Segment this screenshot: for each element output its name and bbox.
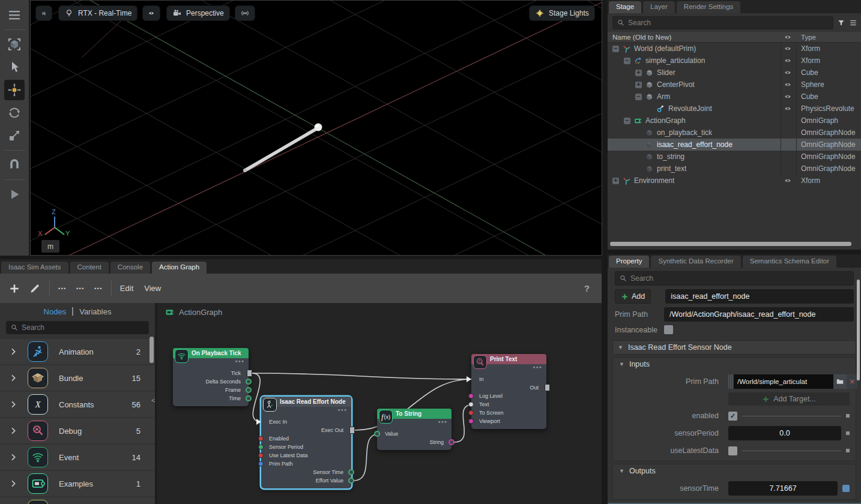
sidebar-collapse-handle[interactable]: < bbox=[151, 397, 155, 404]
property-scrollbar[interactable] bbox=[857, 280, 860, 380]
chevron-right-icon[interactable] bbox=[8, 479, 18, 488]
port-text[interactable]: Text bbox=[471, 400, 546, 409]
tree-row-simple-articulation[interactable]: −simple_articulationXform bbox=[608, 55, 861, 67]
property-tab-property[interactable]: Property bbox=[609, 256, 649, 268]
port-sensor_period[interactable]: Sensor Period bbox=[261, 443, 351, 451]
browse-folder-button[interactable] bbox=[833, 374, 847, 389]
chevron-right-icon[interactable] bbox=[8, 400, 18, 409]
menu-view[interactable]: View bbox=[144, 284, 161, 293]
bottom-tab-content[interactable]: Content bbox=[70, 262, 109, 274]
library-category-constants[interactable]: XConstants56 bbox=[0, 392, 155, 417]
visibility-eye-icon[interactable] bbox=[783, 57, 793, 64]
port-time[interactable]: Time bbox=[173, 394, 249, 403]
chevron-right-icon[interactable] bbox=[8, 452, 18, 462]
port-string[interactable]: String bbox=[377, 438, 452, 446]
port-connector-viewport[interactable] bbox=[468, 419, 474, 424]
visibility-eye-icon[interactable] bbox=[783, 45, 793, 52]
move-tool[interactable] bbox=[4, 80, 25, 100]
render-mode-button[interactable]: RTX - Real-Time bbox=[58, 5, 137, 21]
instanceable-checkbox[interactable] bbox=[664, 325, 673, 334]
graph-node-to_string[interactable]: f(x)To String●●●ValueString bbox=[377, 409, 452, 450]
axis-gizmo[interactable]: Z X Y bbox=[37, 211, 79, 241]
port-out[interactable]: Out bbox=[471, 383, 546, 392]
port-connector-text[interactable] bbox=[468, 402, 474, 407]
port-connector-log_level[interactable] bbox=[468, 394, 474, 399]
viewport-settings-button[interactable] bbox=[35, 5, 52, 21]
stage-tab-render-settings[interactable]: Render Settings bbox=[677, 1, 740, 13]
stage-search-input[interactable] bbox=[628, 19, 829, 27]
graph-node-print_text[interactable]: Print Text●●●InOutLog LevelTextTo Screen… bbox=[471, 354, 546, 429]
port-connector-tick[interactable] bbox=[247, 370, 252, 377]
visibility-eye-icon[interactable] bbox=[783, 177, 793, 184]
stage-search[interactable] bbox=[612, 16, 833, 29]
tree-row-to-string[interactable]: to_stringOmniGraphNode bbox=[608, 151, 861, 163]
library-category-animation[interactable]: Animation2 bbox=[0, 339, 155, 364]
port-log_level[interactable]: Log Level bbox=[471, 392, 546, 400]
port-connector-exec_out[interactable] bbox=[349, 427, 355, 434]
port-use_latest_data[interactable]: Use Latest Data bbox=[261, 451, 351, 460]
tree-row-revolutejoint[interactable]: RevoluteJointPhysicsRevolute bbox=[608, 103, 861, 115]
drag-handle[interactable] bbox=[728, 374, 734, 389]
visibility-button[interactable] bbox=[142, 5, 160, 21]
tree-row-actiongraph[interactable]: −ActionGraphOmniGraph bbox=[608, 115, 861, 127]
outputs-header[interactable]: ▼ Outputs bbox=[613, 464, 856, 478]
camera-button[interactable]: Perspective bbox=[166, 5, 230, 21]
port-enabled[interactable]: Enabled bbox=[261, 434, 351, 443]
graph-node-on_playback_tick[interactable]: On Playback Tick●●●TickDelta SecondsFram… bbox=[173, 348, 249, 406]
port-connector-to_screen[interactable] bbox=[468, 410, 474, 416]
graph-breadcrumb[interactable]: ActionGraph bbox=[165, 307, 222, 317]
prim-name-field[interactable] bbox=[665, 289, 854, 304]
visibility-eye-icon[interactable] bbox=[783, 69, 793, 76]
tree-row-environment[interactable]: +EnvironmentXform bbox=[608, 175, 861, 187]
graph-node-isaac_read_effort_node[interactable]: Isaac Read Effort Node●●●Exec InExec Out… bbox=[261, 397, 351, 488]
stage-hscrollbar[interactable] bbox=[610, 242, 851, 246]
library-category-debug[interactable]: Debug5 bbox=[0, 418, 155, 443]
collapse-icon[interactable]: − bbox=[635, 94, 642, 100]
library-category-item[interactable] bbox=[0, 497, 155, 504]
snap-tool[interactable] bbox=[4, 155, 25, 175]
add-target-button[interactable]: Add Target... bbox=[728, 392, 850, 406]
property-search-input[interactable] bbox=[630, 274, 850, 283]
menu-edit[interactable]: Edit bbox=[120, 284, 133, 293]
stage-lights-button[interactable]: Stage Lights bbox=[529, 5, 595, 21]
nodes-tab[interactable]: Nodes bbox=[44, 307, 67, 316]
prim-path-field[interactable] bbox=[664, 307, 854, 322]
list-options-icon[interactable] bbox=[849, 19, 857, 27]
add-property-button[interactable]: Add bbox=[615, 289, 651, 304]
chevron-right-icon[interactable] bbox=[8, 373, 18, 383]
port-tick[interactable]: Tick bbox=[173, 369, 249, 377]
stage-tab-layer[interactable]: Layer bbox=[643, 1, 675, 13]
capture-button[interactable] bbox=[235, 5, 255, 21]
property-tab-semantics-schema-editor[interactable]: Semantics Schema Editor bbox=[743, 256, 836, 268]
expand-icon[interactable]: + bbox=[635, 70, 642, 76]
bottom-tab-action-graph[interactable]: Action Graph bbox=[152, 262, 207, 274]
library-scrollbar[interactable] bbox=[150, 337, 154, 363]
port-in[interactable]: In bbox=[471, 375, 546, 383]
library-search[interactable] bbox=[6, 321, 149, 334]
visibility-eye-icon[interactable] bbox=[783, 93, 793, 100]
visibility-eye-icon[interactable] bbox=[783, 105, 793, 112]
collapse-icon[interactable]: − bbox=[624, 58, 630, 64]
help-button[interactable]: ? bbox=[584, 283, 590, 293]
port-connector-effort_value[interactable] bbox=[348, 478, 354, 484]
bottom-tab-isaac-sim-assets[interactable]: Isaac Sim Assets bbox=[1, 262, 68, 274]
sensor-time-field[interactable] bbox=[728, 481, 838, 496]
bottom-tab-console[interactable]: Console bbox=[110, 262, 150, 274]
port-connector-use_latest_data[interactable] bbox=[258, 453, 264, 458]
port-connector-enabled[interactable] bbox=[258, 436, 264, 442]
port-value[interactable]: Value bbox=[377, 430, 452, 438]
sensor-node-section-header[interactable]: ▼ Isaac Read Effort Sensor Node bbox=[612, 340, 856, 355]
library-category-examples[interactable]: Examples1 bbox=[0, 471, 155, 496]
edit-graph-button[interactable] bbox=[29, 283, 41, 295]
chevron-right-icon[interactable] bbox=[8, 347, 18, 356]
collapse-icon[interactable]: − bbox=[612, 46, 619, 52]
tree-row-slider[interactable]: +SliderCube bbox=[608, 67, 861, 79]
input-prim-path-field[interactable] bbox=[734, 374, 833, 389]
port-connector-frame[interactable] bbox=[246, 387, 252, 393]
clear-target-button[interactable]: ✕ bbox=[847, 374, 857, 389]
port-to_screen[interactable]: To Screen bbox=[471, 409, 546, 417]
use-latest-data-checkbox[interactable] bbox=[728, 446, 737, 455]
select-tool[interactable] bbox=[4, 34, 25, 55]
variables-tab[interactable]: Variables bbox=[79, 307, 111, 316]
port-connector-string[interactable] bbox=[449, 439, 455, 445]
